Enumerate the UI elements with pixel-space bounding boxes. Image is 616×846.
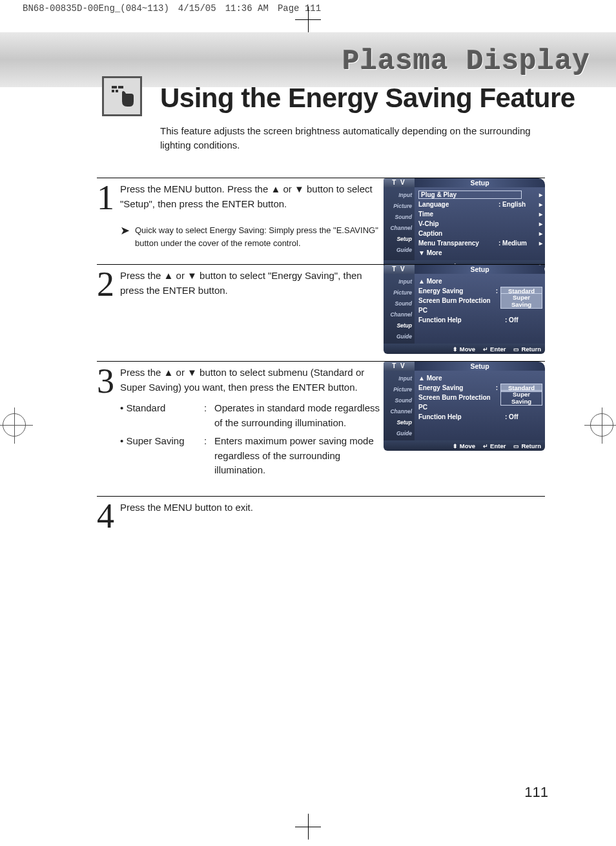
osd-colon: : bbox=[496, 384, 498, 391]
step-4: 4 Press the MENU button to exit. bbox=[97, 496, 545, 546]
bullet-standard-desc: Operates in standard mode regardless of … bbox=[214, 401, 384, 430]
step-number: 2 bbox=[97, 269, 120, 347]
page-subtitle: This feature adjusts the screen brightne… bbox=[160, 124, 539, 152]
svg-rect-3 bbox=[116, 90, 118, 92]
osd-side-setup: Setup bbox=[385, 417, 413, 428]
page-title: Using the Energy Saving Feature bbox=[160, 83, 575, 114]
steps-container: 1 Press the MENU button. Press the ▲ or … bbox=[97, 178, 545, 546]
osd-row-vchip: V-Chip bbox=[418, 220, 496, 227]
chevron-right-icon: ▸ bbox=[536, 230, 542, 237]
osd-side-channel: Channel bbox=[385, 406, 413, 417]
step-text: Press the ▲ or ▼ button to select submen… bbox=[120, 366, 384, 395]
osd-row-burn: Screen Burn Protection bbox=[418, 394, 498, 401]
osd-side-picture: Picture bbox=[385, 287, 413, 298]
print-date: 4/15/05 bbox=[178, 3, 216, 14]
osd-side-channel: Channel bbox=[385, 309, 413, 320]
step-3: 3 Press the ▲ or ▼ button to select subm… bbox=[97, 361, 545, 496]
osd-menu-3: T V Setup Input Picture Sound Channel Se… bbox=[384, 362, 545, 451]
osd-row-energy: Energy Saving bbox=[418, 384, 496, 391]
osd-row-more: ▲ More bbox=[418, 375, 542, 382]
osd-footer-return: Return bbox=[513, 346, 541, 353]
osd-content: Plug & Play▸ Language: English▸ Time▸ V-… bbox=[415, 187, 545, 260]
osd-row-more: ▲ More bbox=[418, 278, 542, 285]
chevron-right-icon: ▸ bbox=[536, 240, 542, 247]
osd-row-language: Language bbox=[418, 201, 496, 208]
hand-press-icon bbox=[102, 76, 142, 116]
osd-sidebar: Input Picture Sound Channel Setup Guide bbox=[384, 274, 415, 344]
osd-tv-label: T V bbox=[384, 265, 415, 274]
osd-footer: Move Enter Return bbox=[384, 440, 545, 451]
osd-row-pc: PC bbox=[418, 307, 542, 314]
osd-row-pc: PC bbox=[418, 404, 542, 411]
print-header: BN68-00835D-00Eng_(084~113) 4/15/05 11:3… bbox=[23, 3, 321, 14]
osd-row-more: ▼ More bbox=[418, 249, 542, 256]
osd-row-caption: Caption bbox=[418, 230, 496, 237]
bullet-supersaving-desc: Enters maximum power saving mode regardl… bbox=[214, 434, 384, 478]
osd-footer-move: Move bbox=[453, 442, 475, 449]
crop-mark-icon bbox=[295, 6, 321, 32]
chevron-right-icon: ▸ bbox=[536, 191, 542, 198]
osd-tv-label: T V bbox=[384, 362, 415, 371]
osd-side-sound: Sound bbox=[385, 395, 413, 406]
osd-row-plugplay: Plug & Play bbox=[418, 191, 522, 199]
osd-footer-enter: Enter bbox=[483, 346, 506, 353]
chevron-right-icon: ▸ bbox=[536, 211, 542, 218]
osd-side-picture: Picture bbox=[385, 200, 413, 211]
osd-side-input: Input bbox=[385, 189, 413, 200]
step-number: 4 bbox=[97, 500, 120, 532]
osd-val-help: : Off bbox=[502, 413, 542, 420]
osd-side-guide: Guide bbox=[385, 331, 413, 342]
osd-row-help: Function Help bbox=[418, 316, 502, 324]
osd-colon: : bbox=[496, 287, 498, 294]
osd-side-sound: Sound bbox=[385, 211, 413, 222]
svg-rect-2 bbox=[112, 90, 114, 92]
osd-footer-enter: Enter bbox=[483, 442, 506, 449]
osd-content: ▲ More Energy Saving : Standard Screen B… bbox=[415, 274, 545, 344]
step-2: 2 Press the ▲ or ▼ button to select "Ene… bbox=[97, 264, 545, 361]
osd-side-guide: Guide bbox=[385, 428, 413, 438]
osd-title: Setup bbox=[415, 178, 545, 187]
osd-footer-move: Move bbox=[453, 346, 475, 353]
page-number: 111 bbox=[524, 784, 548, 801]
osd-option-supersaving: Super Saving bbox=[500, 293, 542, 309]
osd-row-transparency: Menu Transparency bbox=[418, 240, 496, 247]
print-time: 11:36 AM bbox=[225, 3, 269, 14]
step-text: Press the ▲ or ▼ button to select "Energ… bbox=[120, 269, 384, 298]
registration-mark-icon bbox=[3, 413, 26, 437]
chevron-right-icon: ▸ bbox=[536, 201, 542, 208]
osd-side-input: Input bbox=[385, 373, 413, 384]
osd-footer-return: Return bbox=[513, 442, 541, 449]
osd-side-sound: Sound bbox=[385, 298, 413, 309]
step-bullets: • Standard : Operates in standard mode r… bbox=[120, 401, 384, 478]
osd-footer: Move Enter Return bbox=[384, 344, 545, 354]
osd-side-guide: Guide bbox=[385, 244, 413, 255]
osd-side-picture: Picture bbox=[385, 384, 413, 395]
osd-side-setup: Setup bbox=[385, 320, 413, 331]
arrow-right-icon: ➤ bbox=[120, 224, 130, 250]
svg-rect-0 bbox=[112, 86, 117, 88]
osd-side-channel: Channel bbox=[385, 222, 413, 233]
osd-val-transparency: : Medium bbox=[496, 240, 536, 247]
step-number: 1 bbox=[97, 182, 120, 250]
osd-sidebar: Input Picture Sound Channel Setup Guide bbox=[384, 187, 415, 260]
crop-mark-icon bbox=[295, 814, 321, 840]
osd-option-supersaving: Super Saving bbox=[500, 390, 542, 406]
chevron-right-icon: ▸ bbox=[536, 220, 542, 227]
osd-side-input: Input bbox=[385, 276, 413, 287]
osd-val-help: : Off bbox=[502, 316, 542, 324]
banner-title: Plasma Display bbox=[0, 45, 590, 77]
bullet-standard-label: • Standard bbox=[120, 401, 204, 430]
osd-title: Setup bbox=[415, 265, 545, 274]
step-number: 3 bbox=[97, 366, 120, 482]
registration-mark-icon bbox=[590, 413, 613, 437]
osd-title: Setup bbox=[415, 362, 545, 371]
svg-rect-1 bbox=[118, 86, 123, 88]
osd-menu-1: T V Setup Input Picture Sound Channel Se… bbox=[384, 178, 545, 271]
osd-menu-2: T V Setup Input Picture Sound Channel Se… bbox=[384, 265, 545, 354]
osd-row-time: Time bbox=[418, 211, 496, 218]
osd-val-language: : English bbox=[496, 201, 536, 208]
step-1: 1 Press the MENU button. Press the ▲ or … bbox=[97, 178, 545, 264]
osd-content: ▲ More Energy Saving : Standard Screen B… bbox=[415, 371, 545, 440]
quick-tip: ➤ Quick way to select Energy Saving: Sim… bbox=[120, 224, 384, 250]
osd-side-setup: Setup bbox=[385, 233, 413, 244]
